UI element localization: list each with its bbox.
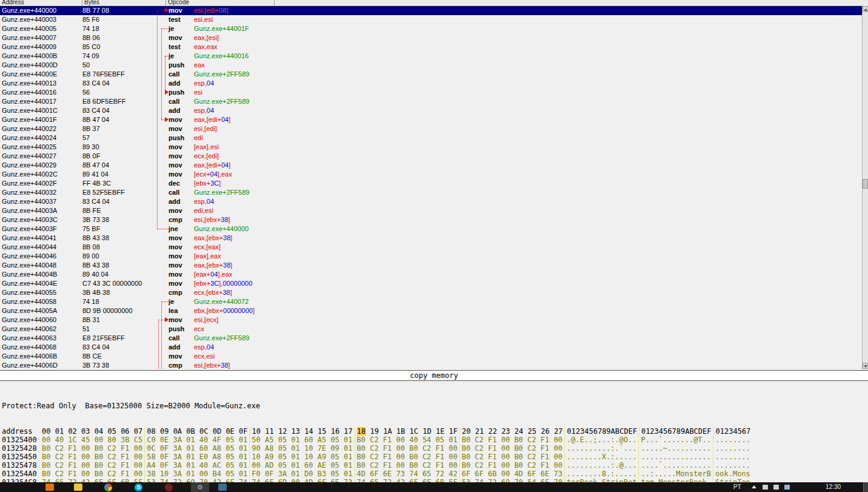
disasm-row[interactable]: Gunz.exe+44006883 C4 04addesp,04 xyxy=(0,343,863,352)
disasm-row[interactable]: Gunz.exe+44003783 C4 04addesp,04 xyxy=(0,197,863,206)
tray-network-icon[interactable] xyxy=(763,485,768,490)
disasm-row[interactable]: Gunz.exe+44000EE8 76F5EBFFcallGunz.exe+2… xyxy=(0,70,863,79)
app-window-icon[interactable] xyxy=(218,484,227,491)
opcode-mnemonic: jne xyxy=(169,224,194,234)
disasm-row[interactable]: Gunz.exe+44002589 30mov[eax],esi xyxy=(0,143,863,152)
folder-icon[interactable] xyxy=(74,484,82,491)
hex-row[interactable]: 013254A0B0 C2 F1 00 B0 C2 F1 0038 10 3A … xyxy=(0,470,868,478)
hex-row[interactable]: 01325450B0 C2 F1 00 B0 C2 F1 0058 0F 3A … xyxy=(0,453,868,461)
scrollbar-thumb[interactable] xyxy=(863,179,868,189)
hex-bytes-group: 74 65 72 42 6F 6F 6B 5F xyxy=(355,478,460,482)
disasm-row[interactable]: Gunz.exe+44006251pushecx xyxy=(0,325,863,334)
hex-row[interactable]: 01325478B0 C2 F1 00 B0 C2 F1 00A4 0F 3A … xyxy=(0,461,868,470)
column-bytes[interactable]: Bytes xyxy=(84,0,99,5)
hex-bytes-group: B0 C2 F1 00 B0 C2 F1 00 xyxy=(460,444,565,453)
hex-row[interactable]: 01325428B0 C2 F1 00 B0 C2 F1 000C 0F 3A … xyxy=(0,444,868,453)
hex-ascii: ..:.....MonsterB xyxy=(639,470,713,478)
disasm-row[interactable]: Gunz.exe+44000385 F6testesi,esi xyxy=(0,15,863,24)
disasm-row[interactable]: Gunz.exe+44000B74 09jeGunz.exe+440016 xyxy=(0,52,863,61)
disasm-address: Gunz.exe+440009 xyxy=(0,42,82,52)
disasm-row[interactable]: Gunz.exe+44002C89 41 04mov[ecx+04],eax xyxy=(0,170,863,179)
active-app-highlight[interactable]: ⚙ xyxy=(191,482,209,492)
disasm-row[interactable]: Gunz.exe+44004B89 40 04mov[eax+04],eax xyxy=(0,270,863,279)
disasm-row[interactable]: Gunz.exe+44001383 C4 04addesp,04 xyxy=(0,79,863,88)
disasm-row[interactable]: Gunz.exe+44005874 18jeGunz.exe+440072 xyxy=(0,297,863,306)
tray-expand-icon[interactable] xyxy=(752,485,756,488)
disasm-address: Gunz.exe+44002C xyxy=(0,170,82,179)
tray-volume-icon[interactable] xyxy=(773,485,779,490)
disasm-row[interactable]: Gunz.exe+44003A8B FEmovedi,esi xyxy=(0,206,863,215)
disasm-row[interactable]: Gunz.exe+440063E8 21F5EBFFcallGunz.exe+2… xyxy=(0,334,863,343)
disasm-row[interactable]: Gunz.exe+44001F8B 47 04moveax,[edi+04] xyxy=(0,115,863,124)
disasm-row[interactable]: Gunz.exe+440017E8 6DF5EBFFcallGunz.exe+2… xyxy=(0,97,863,106)
disasm-row[interactable]: Gunz.exe+4400488B 43 38moveax,[ebx+38] xyxy=(0,261,863,270)
disasm-bytes: 57 xyxy=(82,133,151,143)
disasm-row[interactable]: Gunz.exe+44002457pushedi xyxy=(0,133,863,143)
disassembly-scrollbar[interactable] xyxy=(862,6,868,369)
hex-ascii: ........ xyxy=(713,461,752,470)
opcode-operands: edi,esi xyxy=(194,206,863,215)
disasm-row[interactable]: Gunz.exe+44000985 C0testeax,eax xyxy=(0,42,863,52)
skype-icon[interactable]: S xyxy=(135,484,142,491)
disasm-row[interactable]: Gunz.exe+44001C83 C4 04addesp,04 xyxy=(0,106,863,115)
disasm-address: Gunz.exe+44003C xyxy=(0,215,82,224)
tray-display-icon[interactable] xyxy=(784,485,790,490)
disasm-row[interactable]: Gunz.exe+44006B8B CEmovecx,esi xyxy=(0,352,863,361)
media-icon[interactable] xyxy=(165,484,173,491)
hex-ascii: ..........:.`... xyxy=(565,444,639,453)
column-address[interactable]: Address xyxy=(2,0,24,5)
disasm-row[interactable]: Gunz.exe+44000574 18jeGunz.exe+44001F xyxy=(0,24,863,33)
hex-bytes-group: 18 19 1A 1B 1C 1D 1E 1F xyxy=(355,427,460,436)
disasm-row[interactable]: Gunz.exe+44003C3B 73 38cmpesi,[ebx+38] xyxy=(0,215,863,224)
disasm-row[interactable]: Gunz.exe+4400278B 0Fmovecx,[edi] xyxy=(0,152,863,161)
disasm-row[interactable]: Gunz.exe+4400298B 47 04moveax,[edi+04] xyxy=(0,161,863,170)
opcode-mnemonic: mov xyxy=(169,261,194,270)
disasm-row[interactable]: Gunz.exe+44003F75 BFjneGunz.exe+440000 xyxy=(0,224,863,234)
browser-icon[interactable] xyxy=(104,484,112,491)
disasm-row[interactable]: Gunz.exe+44004EC7 43 3C 00000000mov[ebx+… xyxy=(0,279,863,288)
opcode-mnemonic: mov xyxy=(169,234,194,243)
disasm-row[interactable]: Gunz.exe+4400078B 06moveax,[esi] xyxy=(0,33,863,42)
disasm-row[interactable]: Gunz.exe+4400553B 4B 38cmpecx,[ebx+38] xyxy=(0,288,863,297)
hex-address: 013254C8 xyxy=(0,478,40,482)
opcode-mnemonic: mov xyxy=(169,315,194,325)
disasm-bytes: 51 xyxy=(82,325,151,334)
disasm-row[interactable]: Gunz.exe+44002FFF 4B 3Cdec[ebx+3C] xyxy=(0,179,863,188)
opcode-mnemonic: mov xyxy=(169,161,194,170)
scroll-down-icon[interactable] xyxy=(863,363,868,369)
opcode-operands: esi,[edi+08] xyxy=(194,6,863,15)
disasm-row[interactable]: Gunz.exe+44001656pushesi xyxy=(0,88,863,97)
language-indicator[interactable]: PT xyxy=(733,484,741,490)
hex-bytes-group: B0 C2 F1 00 B0 C2 F1 00 xyxy=(355,453,460,461)
column-opcode[interactable]: Opcode xyxy=(168,0,189,5)
disasm-row-selected[interactable]: Gunz.exe+4400008B 77 08movesi,[edi+08] xyxy=(0,6,863,15)
hex-ascii: 01234567 xyxy=(714,427,753,436)
show-desktop-button[interactable] xyxy=(863,482,868,492)
disasm-bytes: 56 xyxy=(82,88,151,97)
hex-bytes-group: 58 0F 3A 01 E0 A8 05 01 xyxy=(145,453,250,461)
disasm-row[interactable]: Gunz.exe+4400608B 31movesi,[ecx] xyxy=(0,315,863,325)
disasm-address: Gunz.exe+440000 xyxy=(0,6,82,15)
disasm-address: Gunz.exe+44000B xyxy=(0,52,82,61)
disasm-row[interactable]: Gunz.exe+440032E8 52F5EBFFcallGunz.exe+2… xyxy=(0,188,863,197)
scroll-up-icon[interactable] xyxy=(863,6,868,12)
disasm-row[interactable]: Gunz.exe+4400418B 43 38moveax,[ebx+38] xyxy=(0,234,863,243)
opcode-operands: esi,esi xyxy=(194,15,863,24)
opcode-operands: Gunz.exe+2FF589 xyxy=(194,70,863,79)
hex-row[interactable]: 0132540000 40 1C 45 00 80 3B C5C0 0E 3A … xyxy=(0,436,868,444)
disasm-row[interactable]: Gunz.exe+44006D3B 73 38cmpesi,[ebx+38] xyxy=(0,361,863,370)
disasm-row[interactable]: Gunz.exe+4400228B 37movesi,[edi] xyxy=(0,124,863,133)
hex-row[interactable]: 013254C874 65 72 42 6F 6F 6B 5F53 74 72 … xyxy=(0,478,868,482)
disasm-row[interactable]: Gunz.exe+44004689 00mov[eax],eax xyxy=(0,252,863,261)
opcode-operands: Gunz.exe+440016 xyxy=(194,52,863,61)
disasm-bytes: 85 F6 xyxy=(82,15,151,24)
opcode-mnemonic: mov xyxy=(169,270,194,279)
document-icon[interactable] xyxy=(45,484,54,491)
disasm-row[interactable]: Gunz.exe+4400448B 08movecx,[eax] xyxy=(0,243,863,252)
clock[interactable]: 12:30 xyxy=(826,484,841,490)
disasm-row[interactable]: Gunz.exe+44000D50pusheax xyxy=(0,61,863,70)
opcode-operands: eax xyxy=(194,61,863,70)
opcode-mnemonic: cmp xyxy=(169,361,194,370)
taskbar: S ⚙ PT 12:30 xyxy=(0,482,868,492)
disasm-row[interactable]: Gunz.exe+44005A8D 9B 00000000leaebx,[ebx… xyxy=(0,306,863,315)
